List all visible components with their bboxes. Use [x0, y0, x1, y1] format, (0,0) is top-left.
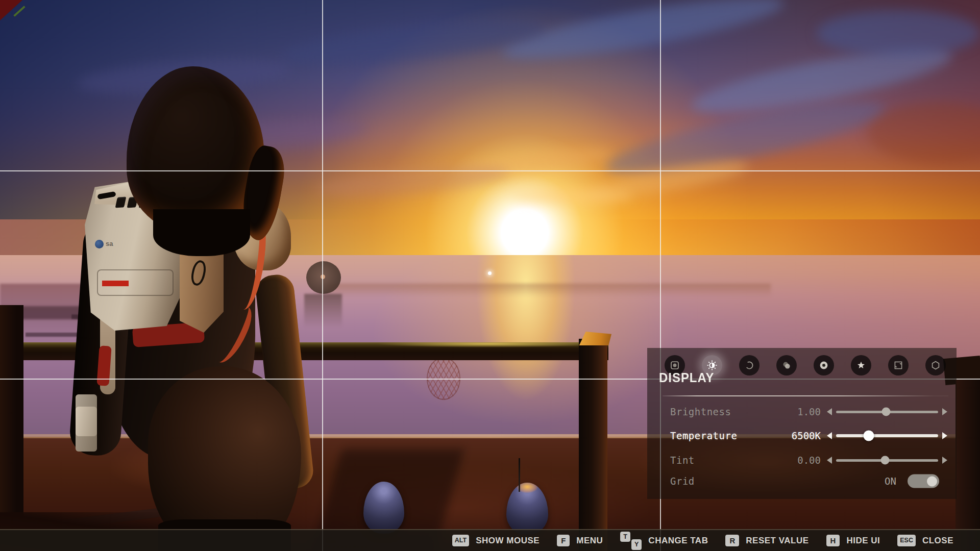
brightness-slider[interactable] — [836, 411, 938, 413]
hotkey-bar: ALT SHOW MOUSE F MENU T Y CHANGE TAB R R… — [0, 529, 980, 551]
photo-mode-screen: sa — [0, 0, 980, 551]
increase-arrow[interactable] — [942, 408, 947, 415]
grid-toggle[interactable] — [908, 474, 939, 488]
toggle-knob[interactable] — [927, 476, 937, 486]
player-character: sa — [71, 60, 347, 551]
hint-menu: F MENU — [557, 535, 603, 546]
cloud — [817, 10, 980, 56]
ty-key-badge: T Y — [620, 532, 642, 550]
slider-knob[interactable] — [864, 431, 874, 441]
esc-key-badge: ESC — [897, 535, 916, 546]
increase-arrow[interactable] — [942, 432, 947, 439]
backpack-logo-icon — [95, 240, 104, 248]
setting-label: Tint — [670, 455, 695, 466]
sun-glint — [488, 271, 492, 275]
increase-arrow[interactable] — [942, 457, 947, 464]
setting-value: 1.00 — [797, 406, 821, 417]
cloud — [510, 189, 633, 204]
backpack-red-stripe — [102, 281, 129, 286]
antenna — [519, 458, 520, 492]
alt-key-badge: ALT — [452, 535, 469, 546]
carabiner-hook — [189, 259, 208, 287]
slider-knob[interactable] — [882, 408, 891, 416]
setting-row-brightness[interactable]: Brightness 1.00 — [647, 401, 957, 422]
backpack-logo-text: sa — [106, 240, 113, 247]
distant-coastline — [327, 284, 771, 297]
setting-label: Grid — [670, 475, 695, 487]
hexagon-icon[interactable] — [925, 355, 946, 375]
f-key-badge: F — [557, 535, 570, 546]
hint-reset-value: R RESET VALUE — [725, 535, 808, 546]
setting-value: 6500K — [792, 430, 821, 441]
aperture-icon[interactable] — [814, 355, 834, 375]
slider-knob[interactable] — [881, 456, 890, 465]
decrease-arrow[interactable] — [827, 432, 832, 439]
setting-row-temperature[interactable]: Temperature 6500K — [647, 425, 957, 446]
decrease-arrow[interactable] — [827, 408, 832, 415]
right-structure — [955, 379, 980, 551]
setting-label: Brightness — [670, 406, 731, 417]
photo-mode-panel: DISPLAY Brightness 1.00 Temperature 6500… — [647, 348, 957, 499]
hint-hide-ui: H HIDE UI — [826, 535, 880, 546]
panel-title: DISPLAY — [659, 370, 715, 385]
railing-post — [579, 339, 607, 551]
hint-change-tab: T Y CHANGE TAB — [620, 532, 708, 550]
backpack-vent — [115, 196, 127, 208]
character-hair-nape — [153, 209, 250, 256]
hip-device — [76, 394, 97, 452]
setting-label: Temperature — [670, 430, 737, 441]
setting-row-grid[interactable]: Grid ON — [647, 470, 957, 492]
decrease-arrow[interactable] — [827, 457, 832, 464]
hint-close: ESC CLOSE — [897, 535, 953, 546]
vignette-icon[interactable] — [739, 355, 760, 375]
temperature-slider[interactable] — [836, 434, 938, 437]
toggle-state-label: ON — [885, 475, 896, 487]
grid-line-vertical-left — [322, 0, 323, 551]
hint-show-mouse: ALT SHOW MOUSE — [452, 535, 540, 546]
grid-line-horizontal-top — [0, 170, 980, 171]
star-icon[interactable] — [851, 355, 871, 375]
setting-value: 0.00 — [797, 455, 821, 466]
r-key-badge: R — [725, 535, 739, 546]
setting-row-tint[interactable]: Tint 0.00 — [647, 449, 957, 471]
title-separator — [663, 395, 948, 396]
depth-of-field-icon[interactable] — [776, 355, 797, 375]
tint-slider[interactable] — [836, 459, 938, 462]
h-key-badge: H — [826, 535, 840, 546]
frame-icon[interactable] — [888, 355, 909, 375]
